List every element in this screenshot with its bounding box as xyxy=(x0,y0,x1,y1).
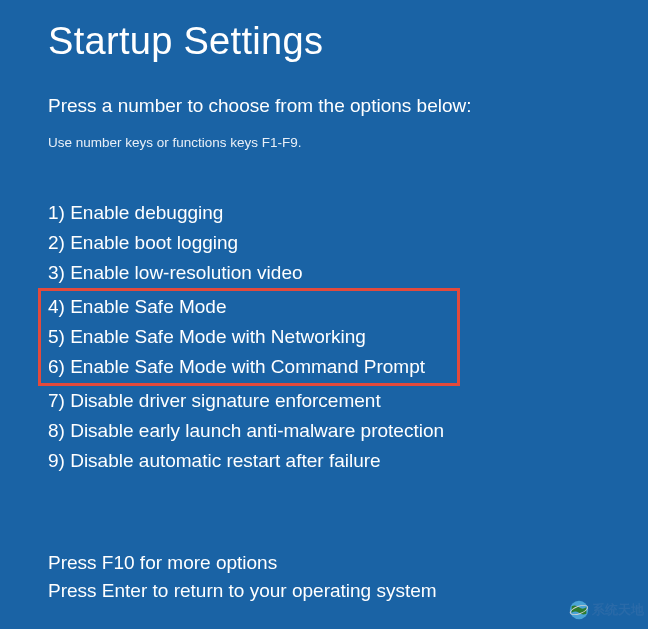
option-9[interactable]: 9) Disable automatic restart after failu… xyxy=(48,446,600,476)
highlight-box: 4) Enable Safe Mode5) Enable Safe Mode w… xyxy=(38,288,460,386)
option-3[interactable]: 3) Enable low-resolution video xyxy=(48,258,600,288)
option-5[interactable]: 5) Enable Safe Mode with Networking xyxy=(48,322,450,352)
option-4[interactable]: 4) Enable Safe Mode xyxy=(48,292,450,322)
option-6[interactable]: 6) Enable Safe Mode with Command Prompt xyxy=(48,352,450,382)
watermark: 系统天地 xyxy=(568,599,644,621)
option-1[interactable]: 1) Enable debugging xyxy=(48,198,600,228)
option-7[interactable]: 7) Disable driver signature enforcement xyxy=(48,386,600,416)
subtitle-text: Press a number to choose from the option… xyxy=(48,95,600,117)
option-2[interactable]: 2) Enable boot logging xyxy=(48,228,600,258)
option-8[interactable]: 8) Disable early launch anti-malware pro… xyxy=(48,416,600,446)
footer-return: Press Enter to return to your operating … xyxy=(48,577,437,605)
options-list: 1) Enable debugging2) Enable boot loggin… xyxy=(48,198,600,476)
footer-more-options: Press F10 for more options xyxy=(48,549,437,577)
hint-text: Use number keys or functions keys F1-F9. xyxy=(48,135,600,150)
page-title: Startup Settings xyxy=(48,20,600,63)
globe-icon xyxy=(568,599,590,621)
footer-section: Press F10 for more options Press Enter t… xyxy=(48,549,437,605)
watermark-text: 系统天地 xyxy=(592,601,644,619)
